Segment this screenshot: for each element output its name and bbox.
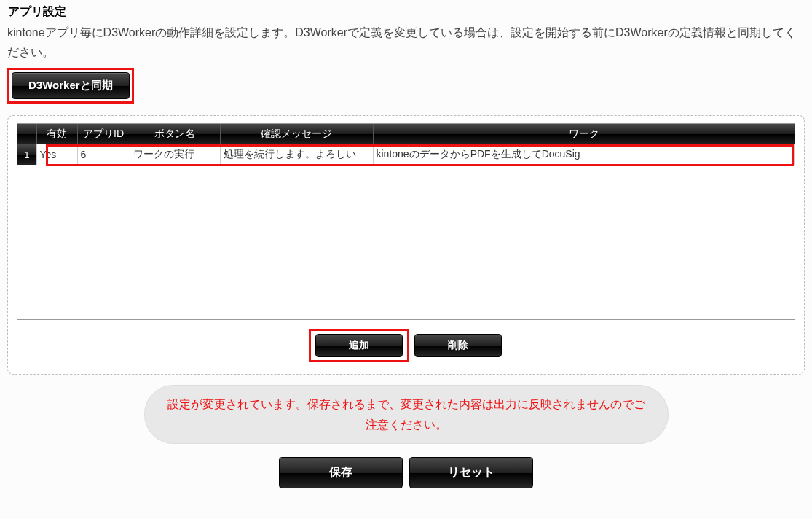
page-description: kintoneアプリ毎にD3Workerの動作詳細を設定します。D3Worker… [7,23,801,62]
cell-rownum: 1 [17,144,36,165]
cell-button[interactable]: ワークの実行 [130,144,220,165]
add-button[interactable]: 追加 [315,334,403,357]
col-header-confirm: 確認メッセージ [220,124,373,144]
col-header-button: ボタン名 [130,124,220,144]
delete-button[interactable]: 削除 [414,334,502,357]
add-button-highlight: 追加 [309,329,409,362]
cell-confirm[interactable]: 処理を続行します。よろしい [220,144,373,165]
page-title: アプリ設定 [7,4,805,20]
bottom-button-row: 保存 リセット [7,457,805,488]
status-message: 設定が変更されています。保存されるまで、変更された内容は出力に反映されませんので… [144,385,669,443]
sync-button-highlight: D3Workerと同期 [7,68,134,104]
col-header-rownum [17,124,36,144]
col-header-work: ワーク [373,124,795,144]
save-button[interactable]: 保存 [279,457,403,488]
cell-work[interactable]: kintoneのデータからPDFを生成してDocuSig [373,144,795,165]
cell-enabled[interactable]: Yes [36,144,77,165]
col-header-appid: アプリID [77,124,130,144]
sync-button[interactable]: D3Workerと同期 [12,72,130,99]
cell-appid[interactable]: 6 [77,144,130,165]
settings-table: 有効 アプリID ボタン名 確認メッセージ ワーク 1 Yes 6 ワークの実行… [17,124,795,165]
settings-panel: 有効 アプリID ボタン名 確認メッセージ ワーク 1 Yes 6 ワークの実行… [7,115,805,375]
col-header-enabled: 有効 [36,124,77,144]
table-row[interactable]: 1 Yes 6 ワークの実行 処理を続行します。よろしい kintoneのデータ… [17,144,795,165]
reset-button[interactable]: リセット [409,457,533,488]
table-button-row: 追加 削除 [17,329,795,362]
settings-table-container: 有効 アプリID ボタン名 確認メッセージ ワーク 1 Yes 6 ワークの実行… [17,123,795,320]
